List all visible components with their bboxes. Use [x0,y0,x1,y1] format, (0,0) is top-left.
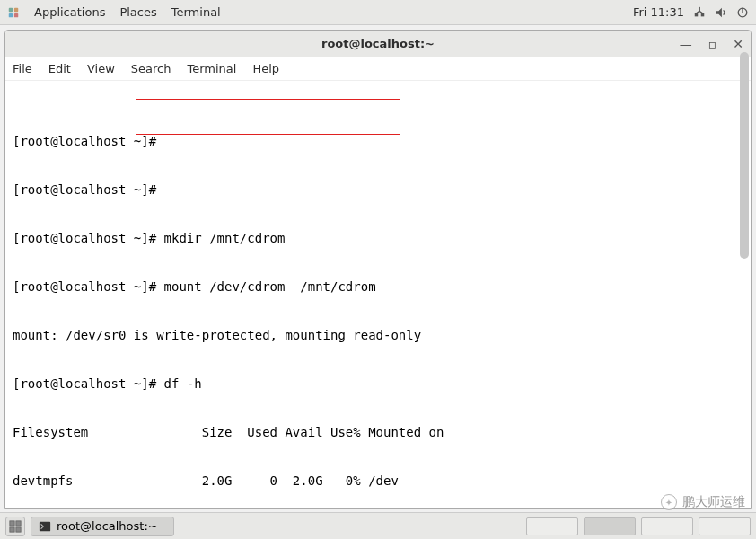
menu-search[interactable]: Search [131,62,171,75]
taskbar-terminal-label: root@localhost:~ [57,519,158,533]
top-panel: Applications Places Terminal Fri 11:31 [0,0,756,25]
volume-icon[interactable] [715,6,727,19]
tray-box[interactable] [641,517,693,535]
clock[interactable]: Fri 11:31 [633,5,684,19]
menu-terminal[interactable]: Terminal [187,62,236,75]
scrollbar[interactable] [740,52,751,537]
svg-rect-2 [9,13,13,16]
svg-rect-1 [14,7,18,11]
svg-rect-11 [10,526,14,531]
bottom-panel: root@localhost:~ [0,512,756,539]
terminal-window: root@localhost:~ — ▫ ✕ File Edit View Se… [4,30,752,509]
term-line: [root@localhost ~]# [13,181,743,198]
menu-edit[interactable]: Edit [48,62,71,75]
term-line: [root@localhost ~]# mount /dev/cdrom /mn… [13,278,743,295]
menu-file[interactable]: File [13,62,32,75]
term-line: [root@localhost ~]# df -h [13,376,743,392]
menu-help[interactable]: Help [252,62,279,75]
svg-rect-6 [701,13,705,16]
term-line: [root@localhost ~]# mkdir /mnt/cdrom [13,230,743,246]
term-line: [root@localhost ~]# [13,133,743,149]
tray-box[interactable] [526,517,578,535]
term-line: mount: /dev/sr0 is write-protected, moun… [13,327,743,343]
tray-box[interactable] [699,517,751,535]
watermark-text: 鹏大师运维 [682,494,745,510]
svg-rect-5 [695,13,699,16]
menubar: File Edit View Search Terminal Help [5,57,751,81]
menu-places[interactable]: Places [119,5,156,19]
highlight-box [136,99,400,135]
watermark: ✦ 鹏大师运维 [661,494,745,510]
power-icon[interactable] [736,6,749,19]
svg-rect-0 [9,7,13,11]
taskbar-terminal[interactable]: root@localhost:~ [31,517,174,536]
activities-icon[interactable] [7,6,20,19]
close-button[interactable]: ✕ [733,38,743,50]
tray-area [526,517,751,535]
menu-applications[interactable]: Applications [34,5,105,19]
scrollbar-thumb[interactable] [740,52,749,259]
tray-box[interactable] [584,517,636,535]
maximize-button[interactable]: ▫ [708,38,717,50]
svg-rect-12 [16,526,21,531]
term-line: Filesystem Size Used Avail Use% Mounted … [13,424,743,440]
term-line: devtmpfs 2.0G 0 2.0G 0% /dev [13,473,743,489]
show-desktop-button[interactable] [5,517,25,536]
watermark-icon: ✦ [661,494,677,510]
menu-terminal[interactable]: Terminal [171,5,221,19]
network-icon[interactable] [693,6,706,19]
svg-rect-10 [16,520,21,525]
menu-view[interactable]: View [87,62,115,75]
window-titlebar[interactable]: root@localhost:~ — ▫ ✕ [5,31,751,57]
terminal-output[interactable]: [root@localhost ~]# [root@localhost ~]# … [5,81,751,508]
svg-rect-9 [10,520,14,525]
window-title: root@localhost:~ [5,37,751,50]
svg-rect-3 [14,13,18,16]
svg-rect-13 [40,521,50,531]
minimize-button[interactable]: — [680,38,692,50]
